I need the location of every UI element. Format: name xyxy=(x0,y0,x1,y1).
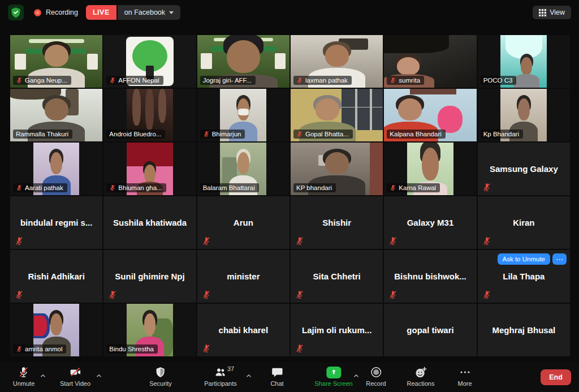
person-head xyxy=(45,98,68,120)
mic-muted-icon xyxy=(388,290,397,299)
participant-tile[interactable]: Meghraj Bhusal xyxy=(478,304,570,356)
mic-muted-icon xyxy=(202,236,211,245)
participant-tile[interactable]: Rishi Adhikari xyxy=(10,250,102,303)
participant-tile[interactable]: Shishir xyxy=(291,196,383,249)
live-badge[interactable]: LIVE xyxy=(86,5,116,20)
ask-to-unmute-button[interactable]: Ask to Unmute xyxy=(498,253,550,265)
participant-tile[interactable]: Bindu Shrestha xyxy=(103,304,196,356)
participant-tile[interactable]: Android Bluedro... xyxy=(103,89,196,141)
participant-tile[interactable]: Sushila khatiwada xyxy=(103,196,196,249)
participant-tile[interactable]: gopal tiwari xyxy=(384,304,476,356)
security-shield-icon xyxy=(155,365,167,380)
unmute-mic-icon xyxy=(18,365,30,380)
person-body xyxy=(513,74,539,88)
end-button[interactable]: End xyxy=(541,369,571,385)
mic-muted-icon xyxy=(15,236,24,245)
participants-button[interactable]: 37 Participants xyxy=(204,365,236,387)
participant-tile[interactable]: Kalpana Bhandari xyxy=(384,89,476,141)
mic-muted-icon xyxy=(109,184,116,191)
person-head xyxy=(237,152,249,174)
participant-tile[interactable]: Bhimarjun xyxy=(197,89,290,141)
mic-muted-icon xyxy=(15,290,24,299)
reactions-label: Reactions xyxy=(407,380,435,387)
participant-tile[interactable]: amrita anmol xyxy=(10,304,102,356)
participant-tile[interactable]: Kp Bhandari xyxy=(478,89,570,141)
more-button[interactable]: More xyxy=(457,365,472,387)
participant-name: gopal tiwari xyxy=(384,304,476,356)
participant-tile[interactable]: Ganga Neup... xyxy=(10,35,102,88)
participant-tile[interactable]: Kiran xyxy=(478,196,570,249)
start-video-icon xyxy=(68,365,82,380)
participant-tile[interactable]: Lajim oli rukum... xyxy=(291,304,383,356)
participant-name-label: Android Bluedro... xyxy=(106,130,165,139)
participant-name-label: amrita anmol xyxy=(13,344,66,354)
participant-tile[interactable]: laxman pathak xyxy=(291,35,383,88)
live-destination-dropdown[interactable]: on Facebook xyxy=(118,5,180,20)
chevron-down-icon xyxy=(169,11,174,14)
participant-name-label: Bhiuman gha... xyxy=(106,183,166,192)
reactions-button[interactable]: Reactions xyxy=(407,365,435,387)
participant-tile[interactable]: Balaram Bhattarai xyxy=(197,143,290,195)
person-head xyxy=(422,148,438,180)
person-head xyxy=(50,152,62,174)
participant-tile[interactable]: Arun xyxy=(197,196,290,249)
view-button[interactable]: View xyxy=(533,6,571,19)
scene-shape xyxy=(438,106,463,133)
participant-tile[interactable]: Lila Thapa Ask to Unmute ⋯ xyxy=(478,250,570,303)
participant-name: Sunil ghimire Npj xyxy=(103,250,196,303)
participant-name: Lajim oli rukum... xyxy=(291,304,383,356)
participant-tile[interactable]: Samsung Galaxy xyxy=(478,143,570,195)
person-head xyxy=(45,45,68,67)
participant-tile[interactable]: KP bhandari xyxy=(291,143,383,195)
participant-tile[interactable]: AFFON Nepal xyxy=(103,35,196,88)
participant-tile[interactable]: POCO C3 xyxy=(478,35,570,88)
participants-options-caret[interactable] xyxy=(246,370,252,380)
participant-name: minister xyxy=(197,250,290,303)
security-button[interactable]: Security xyxy=(149,365,172,387)
participant-name-label: Gopal Bhatta... xyxy=(293,130,353,139)
chat-button[interactable]: Chat xyxy=(270,365,283,387)
participant-tile[interactable]: sumrita xyxy=(384,35,476,88)
participant-name: laxman pathak xyxy=(305,77,348,84)
mic-muted-icon xyxy=(388,236,397,245)
participant-name: Sushila khatiwada xyxy=(103,196,196,249)
start-video-button[interactable]: Start Video xyxy=(60,365,90,387)
participant-tile[interactable]: chabi kharel xyxy=(197,304,290,356)
participant-tile[interactable]: Rammalla Thakuri xyxy=(10,89,102,141)
participant-tile[interactable]: Bhiuman gha... xyxy=(103,143,196,195)
participant-tile[interactable]: Karna Rawal xyxy=(384,143,476,195)
participant-name-label: Aarati pathak xyxy=(13,183,67,192)
participant-tile[interactable]: Sunil ghimire Npj xyxy=(103,250,196,303)
record-button[interactable]: Record xyxy=(366,365,386,387)
mic-muted-icon xyxy=(295,236,304,245)
participant-tile[interactable]: Bishnu bishwok... xyxy=(384,250,476,303)
participant-name: Ganga Neup... xyxy=(25,77,67,84)
participant-tile[interactable]: Galaxy M31 xyxy=(384,196,476,249)
security-label: Security xyxy=(149,380,172,387)
participant-tile[interactable]: bindulal regmi s... xyxy=(10,196,102,249)
mic-muted-icon xyxy=(482,290,491,299)
share-screen-options-caret[interactable] xyxy=(353,370,360,380)
encryption-shield-icon[interactable] xyxy=(8,5,24,20)
person-head xyxy=(518,98,530,120)
participant-more-button[interactable]: ⋯ xyxy=(552,253,567,265)
participant-tile[interactable]: Aarati pathak xyxy=(10,143,102,195)
participant-name: POCO C3 xyxy=(483,77,513,84)
participant-name: Jograj giri- AFF... xyxy=(203,77,252,84)
unmute-button[interactable]: Unmute xyxy=(13,365,35,387)
participant-name-label: Ganga Neup... xyxy=(13,76,71,85)
scene-shape xyxy=(158,89,167,123)
participant-tile[interactable]: Sita Chhetri xyxy=(291,250,383,303)
start-video-options-caret[interactable] xyxy=(96,370,102,380)
participants-icon xyxy=(213,365,227,380)
participant-tile[interactable]: Jograj giri- AFF... xyxy=(197,35,290,88)
scene-shape xyxy=(132,89,141,126)
mic-muted-icon xyxy=(295,290,304,299)
share-screen-button[interactable]: Share Screen xyxy=(314,365,352,387)
participant-tile[interactable]: minister xyxy=(197,250,290,303)
participant-name: Android Bluedro... xyxy=(109,131,161,137)
live-stream-control[interactable]: LIVE on Facebook xyxy=(86,5,180,20)
mic-muted-icon xyxy=(390,184,396,191)
unmute-options-caret[interactable] xyxy=(40,370,46,380)
participant-tile[interactable]: Gopal Bhatta... xyxy=(291,89,383,141)
